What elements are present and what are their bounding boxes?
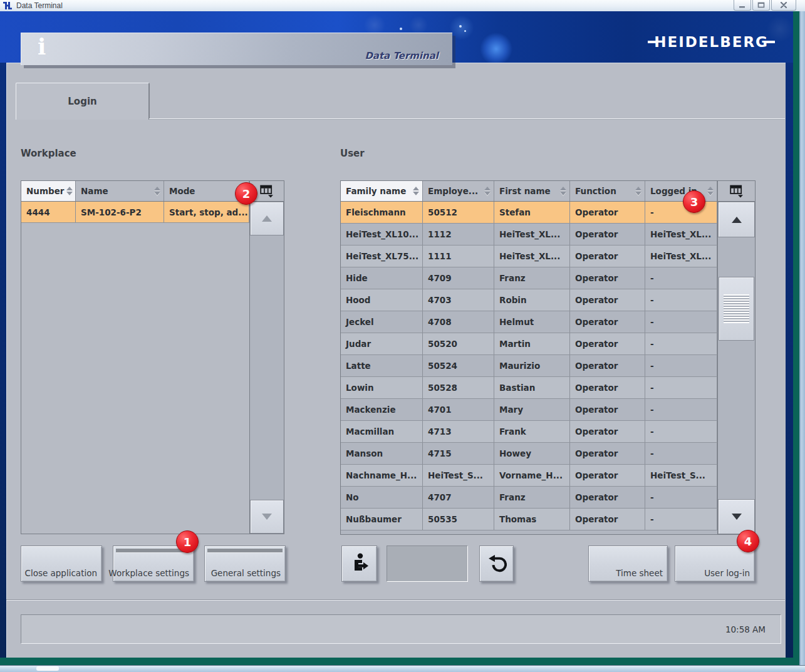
close-button[interactable] [771,0,796,11]
sort-arrows-icon [635,187,641,195]
table-cell: Nachname_H... [341,465,423,486]
general-settings-button[interactable]: General settings [204,545,286,582]
scroll-down-button[interactable] [250,500,284,534]
clipped-table-row [341,530,717,534]
table-row[interactable]: Mackenzie4701MaryOperator- [341,399,717,421]
table-row[interactable]: 4444SM-102-6-P2Start, stop, ad... [21,202,249,223]
workplace-section-label: Workplace [21,148,76,159]
table-cell: Franz [494,267,570,289]
window-titlebar[interactable]: Data Terminal [0,0,805,12]
table-row[interactable]: Judar50520MartinOperator- [341,333,717,355]
table-cell: Operator [570,267,645,289]
scroll-up-button[interactable] [718,202,755,237]
column-header-label: First name [499,186,551,196]
table-cell: HeiTest_XL75... [341,246,423,267]
user-card-login-button[interactable] [341,545,377,582]
table-cell: Lowin [341,377,423,398]
table-cell: - [645,487,717,508]
time-sheet-button[interactable]: Time sheet [588,545,668,582]
column-header[interactable]: Family name [341,181,423,201]
scrollbar-track[interactable] [718,237,755,499]
column-header[interactable]: Number [21,181,76,201]
table-cell: HeiTest_S... [645,465,717,486]
table-cell: Operator [570,509,645,530]
table-cell: - [645,509,717,530]
table-cell: - [645,377,717,398]
sort-arrows-icon [413,187,419,195]
workplace-scrollbar [249,181,284,534]
sort-arrows-icon [66,187,73,195]
reset-button[interactable] [479,545,514,582]
table-row[interactable]: Nußbaumer50535ThomasOperator- [341,509,717,530]
table-row[interactable]: Hide4709FranzOperator- [341,267,717,289]
table-cell: HeiTest_XL10... [341,224,423,245]
table-cell: - [645,289,717,311]
table-row[interactable]: Nachname_H...HeiTest_S...Vorname_H...Ope… [341,465,717,487]
scroll-down-button[interactable] [718,499,755,534]
column-header[interactable]: First name [494,181,570,201]
table-cell: 1112 [423,224,494,245]
table-cell: Operator [570,311,645,333]
table-row[interactable]: Hood4703RobinOperator- [341,289,717,311]
scroll-up-button[interactable] [250,202,284,235]
user-login-label: User log-in [704,568,750,578]
window-controls [734,0,796,11]
column-header[interactable]: Employe... [423,181,494,201]
table-row[interactable]: HeiTest_XL75...1111HeiTest_XL...Operator… [341,246,717,267]
undo-arrow-icon [487,554,507,573]
table-cell: 50524 [423,355,494,376]
table-cell: 4713 [423,421,494,442]
column-header[interactable]: Logged in [645,181,717,201]
window-frame-right [799,11,805,665]
info-banner: i Data Terminal [21,33,452,65]
tab-login[interactable]: Login [16,83,150,120]
table-cell: - [645,399,717,420]
table-row[interactable]: No4707FranzOperator- [341,487,717,509]
workplace-table-body: 4444SM-102-6-P2Start, stop, ad... [21,202,249,534]
table-cell: HeiTest_XL... [645,224,717,245]
table-cell: Franz [494,487,570,508]
table-row[interactable]: Fleischmann50512StefanOperator- [341,202,717,224]
taskbar[interactable] [0,665,805,672]
table-cell: Jeckel [341,311,423,333]
login-input[interactable] [387,545,468,582]
column-header-label: Employe... [428,186,478,196]
table-row[interactable]: Manson4715HoweyOperator- [341,443,717,465]
panel-divider-highlight [6,600,785,601]
sort-arrows-icon [154,187,160,195]
minimize-button[interactable] [734,0,751,11]
table-cell: Mary [494,399,570,420]
heidelberg-logo: HEIDELBERG [648,34,775,50]
table-row[interactable]: HeiTest_XL10...1112HeiTest_XL...Operator… [341,224,717,246]
column-chooser-button[interactable] [718,181,755,202]
decorative-sparkle [400,28,402,30]
teal-frame-right [793,11,799,665]
table-columns-icon [730,185,744,198]
callout-badge-3: 3 [683,190,705,213]
callout-badge-4: 4 [737,530,759,552]
table-cell: 4444 [21,202,76,222]
table-row[interactable]: Lowin50528BastianOperator- [341,377,717,399]
table-row[interactable]: Macmillan4713FrankOperator- [341,421,717,443]
column-header[interactable]: Name [76,181,164,201]
workplace-settings-label: Workplace settings [108,568,189,578]
decorative-sparkle [464,30,466,32]
table-cell: Operator [570,224,645,245]
table-cell: Bastian [494,377,570,398]
taskbar-item[interactable] [36,666,59,671]
table-cell: 50535 [423,509,494,530]
column-header[interactable]: Function [570,181,645,201]
table-cell: Howey [494,443,570,464]
maximize-button[interactable] [752,0,770,11]
table-cell: 50528 [423,377,494,398]
table-cell: - [645,202,717,223]
scrollbar-thumb[interactable] [719,277,754,341]
column-header-label: Family name [346,186,406,196]
table-row[interactable]: Jeckel4708HelmutOperator- [341,311,717,333]
table-cell: - [645,267,717,289]
table-row[interactable]: Latte50524MaurizioOperator- [341,355,717,377]
table-cell: Hood [341,289,423,311]
close-application-button[interactable]: Close application [21,545,102,582]
table-cell: - [645,355,717,376]
user-table-data: Family nameEmploye...First nameFunctionL… [341,181,717,534]
